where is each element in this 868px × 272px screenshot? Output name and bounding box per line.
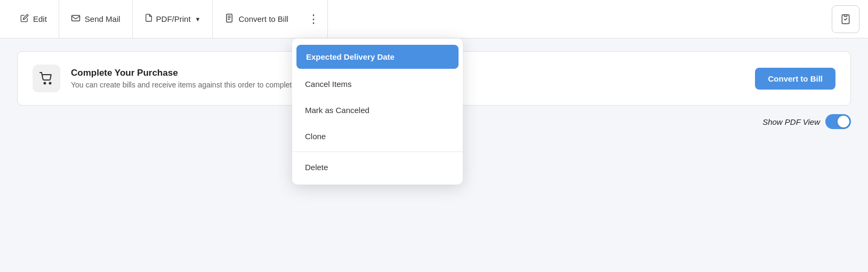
dropdown-item-cancel-items[interactable]: Cancel Items xyxy=(292,71,463,97)
clone-label: Clone xyxy=(305,132,326,141)
edit-icon xyxy=(20,14,29,25)
clipboard-button[interactable] xyxy=(832,5,859,33)
edit-label: Edit xyxy=(33,14,47,23)
dropdown-item-delete[interactable]: Delete xyxy=(292,154,463,180)
mark-as-canceled-label: Mark as Canceled xyxy=(305,106,369,115)
dropdown-menu: Expected Delivery Date Cancel Items Mark… xyxy=(292,38,463,185)
svg-point-4 xyxy=(50,83,51,84)
dropdown-item-clone[interactable]: Clone xyxy=(292,123,463,149)
convert-to-bill-toolbar-label: Convert to Bill xyxy=(238,14,288,23)
edit-button[interactable]: Edit xyxy=(9,0,59,38)
mail-icon xyxy=(71,14,81,24)
dropdown-item-expected-delivery-date[interactable]: Expected Delivery Date xyxy=(296,45,459,69)
delete-label: Delete xyxy=(305,163,328,172)
convert-to-bill-card-button[interactable]: Convert to Bill xyxy=(755,68,835,90)
toolbar: Edit Send Mail PDF/Print ▼ Convert to xyxy=(0,0,868,38)
convert-to-bill-toolbar-button[interactable]: Convert to Bill xyxy=(213,0,300,38)
cancel-items-label: Cancel Items xyxy=(305,79,352,89)
pdf-print-label: PDF/Print xyxy=(156,14,191,23)
pdf-print-button[interactable]: PDF/Print ▼ xyxy=(133,0,213,38)
dots-icon: ⋮ xyxy=(308,12,320,26)
expected-delivery-date-label: Expected Delivery Date xyxy=(306,52,395,61)
cart-icon xyxy=(33,65,60,92)
pdf-caret-icon: ▼ xyxy=(195,16,201,22)
svg-point-3 xyxy=(44,83,46,84)
more-options-button[interactable]: ⋮ xyxy=(300,0,328,38)
dropdown-divider xyxy=(292,151,463,152)
send-mail-label: Send Mail xyxy=(85,14,120,23)
show-pdf-label: Show PDF View xyxy=(762,117,820,126)
dropdown-item-mark-as-canceled[interactable]: Mark as Canceled xyxy=(292,97,463,123)
svg-rect-0 xyxy=(71,15,79,21)
pdf-icon xyxy=(144,13,153,25)
convert-toolbar-icon xyxy=(224,13,234,25)
show-pdf-toggle[interactable] xyxy=(825,114,851,129)
send-mail-button[interactable]: Send Mail xyxy=(59,0,133,38)
svg-rect-2 xyxy=(845,14,847,16)
